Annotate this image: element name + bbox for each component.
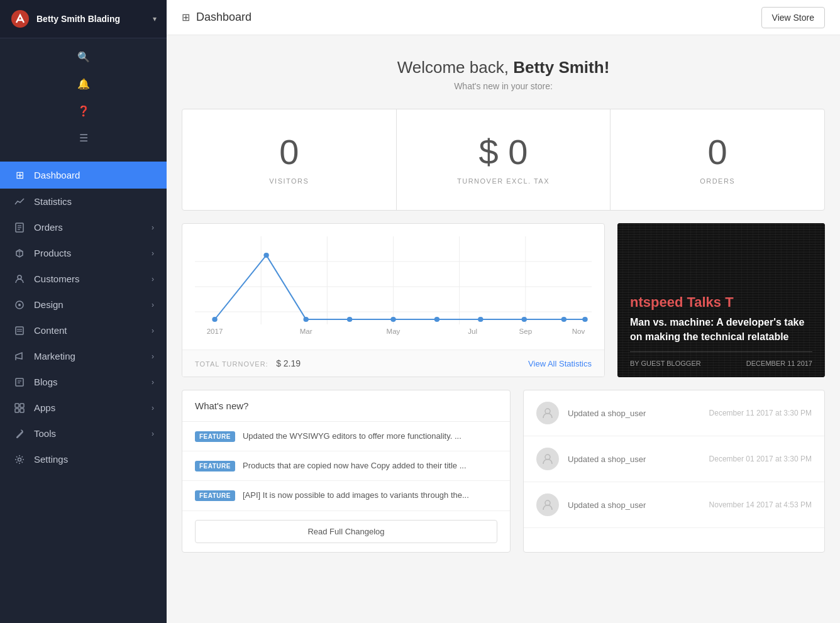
tools-arrow: › — [152, 429, 154, 438]
orders-label: ORDERS — [623, 177, 812, 185]
sidebar-item-tools[interactable]: Tools › — [0, 421, 167, 446]
sidebar-item-design[interactable]: Design › — [0, 292, 167, 317]
sidebar-label-orders: Orders — [34, 222, 63, 233]
activity-text-2: Updated a shop_user — [568, 500, 709, 510]
sidebar-label-tools: Tools — [34, 428, 56, 439]
sidebar-item-apps[interactable]: Apps › — [0, 395, 167, 421]
svg-point-9 — [18, 304, 21, 306]
visitors-value: 0 — [195, 135, 384, 170]
stat-orders: 0 ORDERS — [611, 109, 824, 210]
sidebar-label-settings: Settings — [34, 454, 68, 465]
sidebar-label-dashboard: Dashboard — [34, 170, 80, 180]
sidebar-item-content[interactable]: Content › — [0, 317, 167, 343]
sidebar-item-settings[interactable]: Settings — [0, 446, 167, 472]
feature-badge-1: FEATURE — [195, 461, 235, 471]
blogs-icon — [13, 377, 26, 387]
marketing-icon — [13, 351, 26, 361]
welcome-subtitle: What's new in your store: — [167, 81, 840, 91]
svg-point-32 — [303, 317, 308, 322]
topbar-dashboard-icon: ⊞ — [182, 11, 190, 23]
svg-point-36 — [478, 317, 483, 322]
sidebar-item-marketing[interactable]: Marketing › — [0, 343, 167, 369]
blog-meta: BY GUEST BLOGGER DECEMBER 11 2017 — [630, 360, 812, 367]
sidebar-item-customers[interactable]: Customers › — [0, 266, 167, 292]
blog-pretext: ntspeed Talks T — [630, 294, 812, 311]
activity-item-1: Updated a shop_user December 01 2017 at … — [524, 436, 824, 482]
sidebar: Betty Smith Blading ▾ 🔍 🔔 ❓ ☰ ⊞ Dashboar… — [0, 0, 167, 623]
view-store-button[interactable]: View Store — [761, 7, 825, 28]
activity-card: Updated a shop_user December 11 2017 at … — [523, 390, 825, 553]
sidebar-icon-strip: 🔍 🔔 ❓ ☰ — [0, 38, 167, 157]
changelog-item-2: FEATURE [API] It is now possible to add … — [182, 481, 510, 510]
view-all-stats-link[interactable]: View All Statistics — [528, 359, 592, 368]
activity-time-1: December 01 2017 at 3:30 PM — [709, 455, 812, 463]
page-content: Welcome back, Betty Smith! What's new in… — [167, 35, 840, 623]
turnover-label: TURNOVER EXCL. TAX — [409, 177, 598, 185]
sidebar-label-design: Design — [34, 299, 64, 310]
sidebar-header[interactable]: Betty Smith Blading ▾ — [0, 0, 167, 38]
svg-rect-20 — [20, 409, 24, 412]
help-icon[interactable]: ❓ — [71, 99, 96, 123]
changelog-text-0: Updated the WYSIWYG editors to offer mor… — [243, 431, 461, 442]
chart-total: TOTAL TURNOVER: $ 2.19 — [195, 358, 301, 369]
products-icon — [13, 248, 26, 258]
whats-new-header: What's new? — [182, 390, 510, 422]
menu-icon[interactable]: ☰ — [73, 126, 94, 150]
sidebar-label-content: Content — [34, 325, 67, 336]
blog-content: ntspeed Talks T Man vs. machine: A devel… — [617, 223, 825, 377]
apps-arrow: › — [152, 404, 154, 412]
content-icon — [13, 326, 26, 336]
activity-time-0: December 11 2017 at 3:30 PM — [709, 409, 812, 417]
read-changelog-button[interactable]: Read Full Changelog — [195, 520, 497, 543]
svg-point-7 — [18, 275, 21, 279]
changelog-text-2: [API] It is now possible to add images t… — [243, 490, 469, 501]
svg-point-30 — [212, 317, 217, 322]
sidebar-item-orders[interactable]: Orders › — [0, 214, 167, 240]
settings-icon — [13, 455, 26, 465]
design-arrow: › — [152, 300, 154, 309]
sidebar-label-blogs: Blogs — [34, 377, 58, 387]
orders-arrow: › — [152, 223, 154, 232]
design-icon — [13, 300, 26, 310]
changelog-item-0: FEATURE Updated the WYSIWYG editors to o… — [182, 422, 510, 451]
sidebar-item-blogs[interactable]: Blogs › — [0, 369, 167, 395]
activity-text-0: Updated a shop_user — [568, 409, 709, 418]
tools-icon — [13, 429, 26, 439]
search-icon[interactable]: 🔍 — [71, 45, 96, 69]
page-title: Dashboard — [196, 11, 761, 24]
apps-icon — [13, 403, 26, 413]
statistics-icon — [13, 197, 26, 207]
sidebar-item-statistics[interactable]: Statistics — [0, 189, 167, 214]
svg-rect-19 — [15, 409, 19, 412]
chart-area: 2017 Mar May Jul Sep Nov — [182, 224, 604, 350]
blog-card[interactable]: ntspeed Talks T Man vs. machine: A devel… — [617, 223, 825, 377]
whats-new-card: What's new? FEATURE Updated the WYSIWYG … — [182, 390, 511, 553]
blog-author: BY GUEST BLOGGER — [630, 360, 701, 367]
notifications-icon[interactable]: 🔔 — [71, 72, 96, 96]
sidebar-label-statistics: Statistics — [34, 196, 72, 207]
activity-item-2: Updated a shop_user November 14 2017 at … — [524, 482, 824, 528]
visitors-label: VISITORS — [195, 177, 384, 185]
feature-badge-0: FEATURE — [195, 431, 235, 442]
activity-avatar-0 — [536, 402, 559, 424]
svg-point-39 — [582, 317, 587, 322]
activity-info-0: Updated a shop_user — [568, 409, 709, 418]
svg-text:2017: 2017 — [207, 328, 223, 335]
svg-rect-14 — [16, 378, 23, 386]
sidebar-label-apps: Apps — [34, 402, 55, 413]
svg-rect-10 — [16, 327, 23, 334]
chart-total-value: $ 2.19 — [276, 358, 301, 368]
sidebar-nav: ⊞ Dashboard Statistics Orders › — [0, 157, 167, 623]
store-dropdown-icon[interactable]: ▾ — [153, 14, 157, 23]
sidebar-item-dashboard[interactable]: ⊞ Dashboard — [0, 162, 167, 189]
store-name: Betty Smith Blading — [36, 13, 153, 25]
customers-arrow: › — [152, 275, 154, 284]
products-arrow: › — [152, 249, 154, 258]
stats-row: 0 VISITORS $ 0 TURNOVER EXCL. TAX 0 ORDE… — [182, 109, 825, 211]
sidebar-item-products[interactable]: Products › — [0, 240, 167, 266]
svg-point-31 — [263, 253, 268, 258]
blog-title: Man vs. machine: A developer's take on m… — [630, 316, 812, 352]
welcome-title: Welcome back, Betty Smith! — [167, 58, 840, 77]
sidebar-label-products: Products — [34, 248, 71, 258]
chart-footer: TOTAL TURNOVER: $ 2.19 View All Statisti… — [182, 350, 604, 377]
